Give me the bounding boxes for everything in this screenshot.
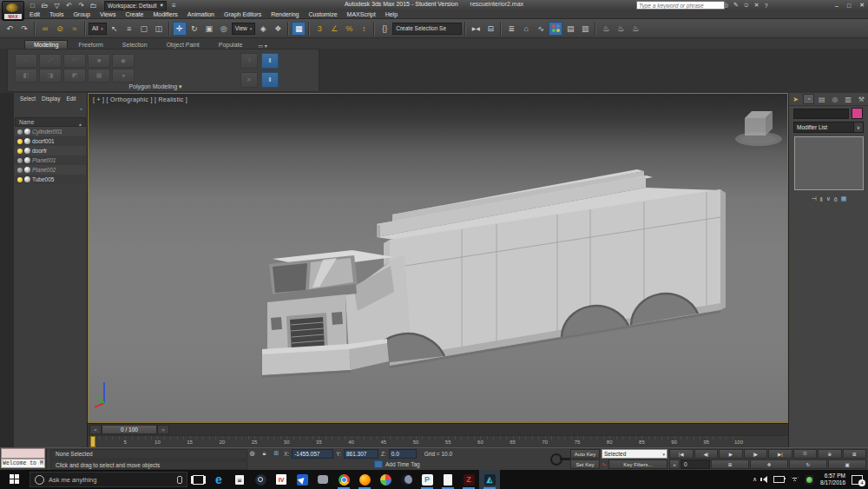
object-name-field[interactable]: [793, 109, 849, 119]
pm-tool-button-3[interactable]: ◩: [63, 69, 86, 83]
bind-to-space-warp-icon[interactable]: ≈: [68, 22, 82, 36]
selection-set-dropdown[interactable]: Selected ▾: [602, 449, 667, 459]
gpu-tray-icon[interactable]: [805, 475, 814, 485]
y-coordinate-field[interactable]: 861.307: [344, 449, 378, 459]
create-tab-icon[interactable]: ➤: [790, 94, 801, 104]
rendered-frame-window-icon[interactable]: ▥: [578, 22, 592, 36]
element-mode-button[interactable]: ◆: [112, 54, 135, 68]
3dsmax-app-menu-button[interactable]: MAX: [2, 1, 24, 21]
ribbon-tab-object-paint[interactable]: Object Paint: [158, 41, 208, 49]
angle-snap-icon[interactable]: ∠: [327, 22, 341, 36]
taskbar-icon-crescent-app[interactable]: [396, 470, 417, 489]
favorites-star-icon[interactable]: ✩: [744, 2, 749, 9]
unlink-selection-icon[interactable]: ⊘: [53, 22, 67, 36]
reference-coordinate-dropdown[interactable]: View ▾: [232, 23, 256, 35]
taskbar-icon-airplane-app[interactable]: [292, 470, 312, 489]
spinner-snap-icon[interactable]: ↕: [357, 22, 371, 36]
taskbar-icon-store[interactable]: ⊞: [229, 470, 250, 489]
vertex-mode-button[interactable]: ∴: [15, 54, 37, 68]
key-filters-button[interactable]: Key Filters...: [608, 459, 667, 469]
auto-key-button[interactable]: Auto Key: [570, 449, 600, 459]
maxscript-mini-listener[interactable]: Welcome to M: [0, 448, 47, 470]
hierarchy-tab-icon[interactable]: ▤: [816, 94, 827, 104]
percent-snap-icon[interactable]: %: [342, 22, 356, 36]
menu-group[interactable]: Group: [73, 11, 89, 17]
visibility-bulb-on-icon[interactable]: [17, 149, 23, 154]
start-button[interactable]: [0, 470, 30, 489]
viewport-label[interactable]: [ + ] [ Orthographic ] [ Realistic ]: [93, 96, 187, 102]
volume-icon[interactable]: [763, 476, 767, 483]
taskbar-icon-paint-app[interactable]: P: [417, 470, 437, 489]
make-unique-icon[interactable]: ∨: [826, 195, 831, 202]
motion-tab-icon[interactable]: ◎: [830, 94, 841, 104]
render-setup-icon[interactable]: ▤: [563, 22, 577, 36]
menu-graph-editors[interactable]: Graph Editors: [224, 11, 261, 17]
taskbar-clock[interactable]: 6:57 PM 8/17/2016: [820, 472, 845, 486]
render-production-teapot-icon[interactable]: ♨: [599, 22, 613, 36]
select-and-scale-icon[interactable]: ▣: [202, 22, 216, 36]
key-mode-toggle-button[interactable]: ⚿︎: [793, 449, 818, 459]
rectangular-selection-region-icon[interactable]: ▢: [137, 22, 151, 36]
select-and-rotate-icon[interactable]: ↻: [187, 22, 201, 36]
add-time-tag-button[interactable]: Add Time Tag: [385, 461, 420, 467]
select-by-name-icon[interactable]: ≡: [122, 22, 136, 36]
visibility-bulb-off-icon[interactable]: [17, 168, 23, 173]
object-color-swatch[interactable]: [852, 108, 863, 119]
modify-tab-icon[interactable]: ◔: [803, 94, 814, 104]
exchange-apps-icon[interactable]: ✕: [754, 2, 760, 9]
time-tag-icon[interactable]: [374, 460, 383, 468]
menu-rendering[interactable]: Rendering: [271, 11, 299, 17]
microphone-icon[interactable]: [177, 476, 182, 484]
select-and-manipulate-icon[interactable]: ❖: [271, 22, 285, 36]
select-and-place-icon[interactable]: ◎: [217, 22, 231, 36]
menu-edit[interactable]: Edit: [30, 11, 40, 17]
modifier-list-chevron-icon[interactable]: ∨: [853, 122, 864, 133]
pin-stack-icon[interactable]: ⊣: [812, 195, 817, 202]
sign-in-icon[interactable]: ✎: [733, 2, 739, 9]
taskbar-icon-messaging[interactable]: [312, 470, 333, 489]
set-key-button[interactable]: Set Key: [570, 459, 600, 469]
menu-tools[interactable]: Tools: [49, 11, 63, 17]
ribbon-tab-selection[interactable]: Selection: [114, 41, 156, 49]
menu-animation[interactable]: Animation: [187, 11, 214, 17]
visibility-bulb-on-icon[interactable]: [17, 177, 23, 182]
display-tab-icon[interactable]: ▥: [843, 94, 854, 104]
modifier-list-dropdown[interactable]: Modifier List: [793, 122, 858, 133]
keyboard-shortcut-override-icon[interactable]: ▦: [292, 22, 306, 36]
x-coordinate-field[interactable]: -1455.057: [292, 449, 333, 459]
minimize-button[interactable]: –: [835, 3, 838, 9]
perspective-viewport[interactable]: [ + ] [ Orthographic ] [ Realistic ]: [88, 93, 788, 423]
pm-extra-button-4[interactable]: ‖: [261, 72, 279, 88]
configure-modifier-sets-icon[interactable]: ▦: [841, 195, 847, 202]
pm-tool-button-2[interactable]: ◨: [39, 69, 62, 83]
ribbon-minimize-icon[interactable]: ▭ ▾: [258, 43, 266, 49]
modifier-stack-list[interactable]: [794, 136, 864, 190]
go-to-frame-button[interactable]: «: [669, 459, 680, 469]
next-frame-arrow[interactable]: >: [157, 425, 169, 434]
firetruck-3d-model[interactable]: [89, 94, 787, 422]
menu-help[interactable]: Help: [385, 11, 398, 17]
absolute-mode-icon[interactable]: ⊞: [272, 449, 281, 458]
render-iterative-teapot-icon[interactable]: ♨: [614, 22, 628, 36]
menu-customize[interactable]: Customize: [308, 11, 337, 17]
action-center-icon[interactable]: 4: [852, 475, 863, 485]
layer-manager-icon[interactable]: ≣: [504, 22, 518, 36]
menu-modifiers[interactable]: Modifiers: [153, 11, 177, 17]
zoom-viewport-button[interactable]: ⊕: [818, 449, 842, 459]
window-crossing-icon[interactable]: ◫: [152, 22, 166, 36]
ribbon-tab-freeform[interactable]: Freeform: [69, 41, 111, 49]
maxscript-macro-recorder[interactable]: [1, 448, 45, 459]
zoom-region-button[interactable]: ⊞: [711, 459, 749, 469]
mirror-icon[interactable]: ▶◀: [469, 22, 483, 36]
maximize-viewport-toggle-button[interactable]: ▣: [828, 459, 866, 469]
border-mode-button[interactable]: ◠: [63, 54, 86, 68]
explorer-menu-overflow[interactable]: »: [80, 106, 82, 111]
ribbon-tab-populate[interactable]: Populate: [210, 41, 252, 49]
trackbar[interactable]: 0510152025303540455055606570758085909510…: [88, 435, 788, 447]
go-to-end-button[interactable]: ▶|: [768, 449, 792, 459]
taskbar-icon-edge[interactable]: e: [208, 470, 229, 489]
isolate-selection-icon[interactable]: ◍: [247, 449, 257, 458]
pm-tool-button-5[interactable]: ●: [112, 69, 135, 83]
network-icon[interactable]: [791, 477, 799, 483]
select-and-link-icon[interactable]: ∞: [38, 22, 52, 36]
